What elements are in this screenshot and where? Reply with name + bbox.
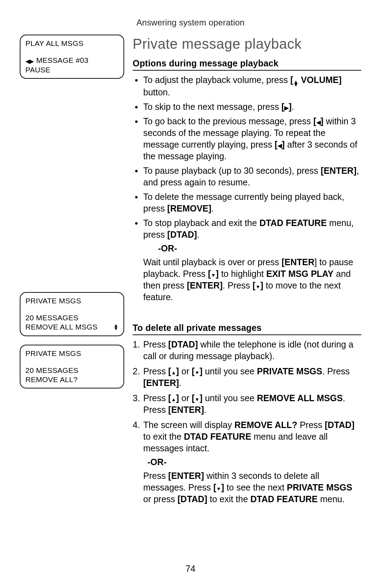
text: menu. (318, 494, 345, 504)
manual-page: Answering system operation PLAY ALL MSGS… (0, 0, 381, 588)
left-bracket: [ (192, 393, 195, 403)
text: . (211, 203, 214, 213)
left-bracket: [ (213, 482, 216, 492)
down-arrow-icon (195, 367, 200, 376)
text: [ENTER] (143, 378, 179, 388)
up-down-icon (114, 324, 119, 331)
text: To pause playback (up to 30 seconds), pr… (143, 166, 321, 176)
text: . (197, 230, 199, 239)
running-head: Answering system operation (20, 18, 361, 28)
text: To skip to the next message, press (143, 102, 282, 112)
sub-paragraph: Wait until playback is over or press [EN… (143, 256, 361, 303)
text: or (179, 366, 192, 376)
down-arrow-icon (211, 269, 216, 278)
left-bracket: [ (290, 75, 293, 85)
list-item: To pause playback (up to 30 seconds), pr… (143, 165, 361, 188)
left-bracket: [ (274, 139, 277, 149)
text: To go back to the previous message, pres… (143, 116, 313, 126)
text: . Press (223, 280, 253, 290)
text: . Press (322, 366, 350, 376)
text: [ENTER] (168, 471, 204, 481)
left-bracket: [ (253, 280, 255, 290)
or-separator: -OR- (158, 243, 361, 254)
lcd-play-all: PLAY ALL MSGS MESSAGE #03 PAUSE (20, 35, 124, 79)
lcd-line: REMOVE ALL? (25, 375, 119, 384)
text: To adjust the playback volume, press (143, 75, 290, 85)
text: Press (297, 420, 325, 430)
options-list: To adjust the playback volume, press [ V… (133, 74, 361, 303)
list-item: The screen will display REMOVE ALL? Pres… (143, 419, 361, 505)
text: [DTAD] (177, 494, 207, 504)
text: [ENTER] (321, 166, 356, 176)
left-bracket: [ (168, 393, 171, 403)
text: DTAD FEATURE (184, 432, 251, 441)
text: [REMOVE] (167, 203, 211, 213)
delete-steps: Press [DTAD] while the telephone is idle… (133, 339, 361, 505)
lcd-line: REMOVE ALL MSGS (25, 322, 119, 332)
list-item: To delete the message currently being pl… (143, 191, 361, 214)
text: VOLUME] (298, 75, 341, 85)
lcd-text: REMOVE ALL MSGS (25, 322, 97, 332)
text: to exit the (143, 432, 184, 441)
text: . (179, 378, 181, 388)
text: to see the next (224, 482, 287, 492)
right-arrow-icon (30, 57, 34, 64)
page-number: 74 (0, 564, 381, 574)
list-item: Press [DTAD] while the telephone is idle… (143, 339, 361, 362)
main-column: Private message playback Options during … (129, 35, 361, 509)
list-item: Press [] or [] until you see REMOVE ALL … (143, 392, 361, 416)
lcd-line: 20 MESSAGES (25, 313, 119, 322)
list-item: To stop playback and exit the DTAD FEATU… (143, 217, 361, 303)
list-item: To skip to the next message, press []. (143, 101, 361, 113)
list-item: To adjust the playback volume, press [ V… (143, 74, 361, 98)
left-bracket: [ (313, 116, 316, 126)
two-column-layout: PLAY ALL MSGS MESSAGE #03 PAUSE PRIVATE … (20, 35, 361, 509)
left-arrow-icon (25, 57, 30, 64)
text: . (204, 405, 206, 415)
down-arrow-icon (255, 281, 260, 290)
text: or (179, 393, 192, 403)
lcd-line: 20 MESSAGES (25, 366, 119, 375)
side-column: PLAY ALL MSGS MESSAGE #03 PAUSE PRIVATE … (20, 35, 129, 509)
right-arrow-icon (284, 102, 289, 111)
right-bracket: ] (216, 269, 219, 279)
list-item: Press [] or [] until you see PRIVATE MSG… (143, 366, 361, 389)
left-bracket: [ (208, 269, 211, 279)
text: Wait until playback is over or press (143, 257, 282, 267)
text: Press (143, 393, 168, 403)
down-arrow-icon (216, 483, 221, 492)
text: REMOVE ALL? (234, 420, 297, 430)
left-bracket: [ (168, 366, 171, 376)
text: REMOVE ALL MSGS (257, 393, 343, 403)
text: [ENTER] (187, 280, 223, 290)
text: to highlight (219, 269, 266, 279)
text: PRIVATE MSGS (287, 482, 352, 492)
text: [DTAD] (167, 230, 197, 239)
text: DTAD FEATURE (250, 494, 318, 504)
text: to exit the (207, 494, 250, 504)
text: button. (143, 87, 170, 97)
text: DTAD FEATURE (259, 218, 327, 228)
right-bracket: ] (282, 139, 285, 149)
text: [ENTER (282, 257, 314, 267)
text: Press (143, 339, 168, 349)
right-bracket: ] (200, 366, 202, 376)
up-arrow-icon (171, 394, 176, 403)
text: [DTAD] (168, 339, 198, 349)
text: PRIVATE MSGS (257, 366, 322, 376)
lcd-private-remove-all-confirm: PRIVATE MSGS 20 MESSAGES REMOVE ALL? (20, 345, 124, 389)
left-bracket: [ (282, 102, 284, 112)
text: The screen will display (143, 420, 234, 430)
section-heading-delete: To delete all private messages (133, 323, 361, 335)
text: until you see (202, 393, 257, 403)
down-arrow-icon (195, 394, 200, 403)
text: Press (143, 471, 168, 481)
lcd-line: PLAY ALL MSGS (25, 39, 119, 48)
section-heading-options: Options during message playback (133, 58, 361, 71)
up-arrow-icon (171, 367, 176, 376)
left-bracket: [ (192, 366, 195, 376)
left-arrow-icon (316, 117, 321, 126)
lcd-line: PAUSE (25, 65, 119, 75)
text: To stop playback and exit the (143, 218, 259, 228)
text: Press (143, 366, 168, 376)
